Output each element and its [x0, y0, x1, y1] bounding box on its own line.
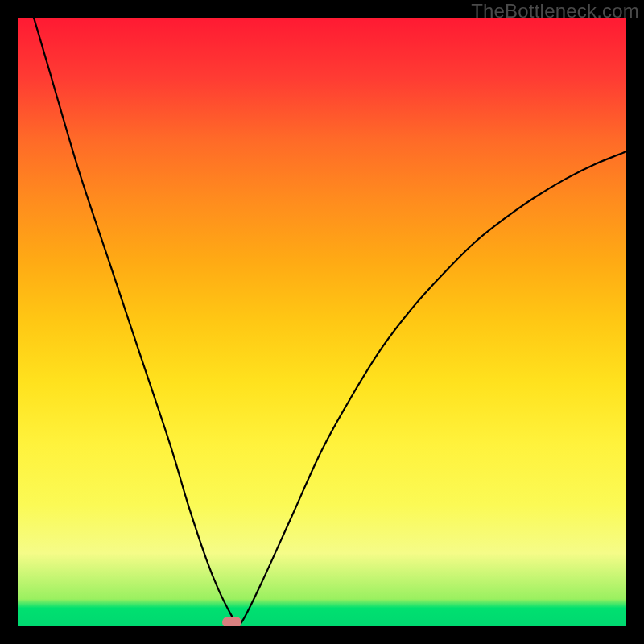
bottleneck-curve — [18, 18, 626, 626]
optimal-point-marker — [222, 617, 242, 626]
watermark-text: TheBottleneck.com — [471, 0, 639, 23]
chart-area — [18, 18, 626, 626]
